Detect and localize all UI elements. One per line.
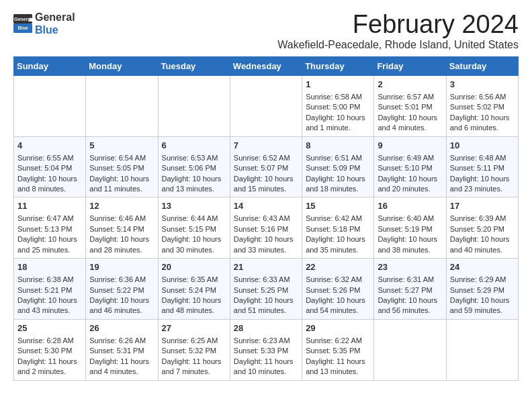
day-info: Sunset: 5:25 PM [234, 285, 298, 295]
day-info: Daylight: 10 hours and 20 minutes. [378, 174, 442, 195]
day-info: Sunset: 5:30 PM [17, 346, 82, 356]
day-info: Sunrise: 6:44 AM [162, 214, 226, 224]
day-info: Daylight: 11 hours and 7 minutes. [162, 357, 226, 377]
day-info: Sunrise: 6:46 AM [89, 214, 154, 224]
calendar-cell: 19Sunrise: 6:36 AMSunset: 5:22 PMDayligh… [86, 259, 158, 320]
day-info: Sunrise: 6:48 AM [450, 153, 515, 163]
calendar: SundayMondayTuesdayWednesdayThursdayFrid… [13, 56, 519, 381]
day-info: Daylight: 10 hours and 56 minutes. [378, 295, 442, 316]
calendar-cell: 2Sunrise: 6:57 AMSunset: 5:01 PMDaylight… [374, 75, 446, 136]
calendar-cell [14, 75, 86, 136]
day-info: Sunrise: 6:23 AM [234, 336, 298, 346]
day-info: Sunrise: 6:47 AM [17, 214, 82, 224]
day-info: Daylight: 10 hours and 28 minutes. [89, 234, 154, 255]
day-info: Sunset: 5:18 PM [306, 224, 370, 234]
day-number: 27 [162, 322, 226, 334]
day-info: Sunset: 5:19 PM [378, 224, 442, 234]
weekday-header-monday: Monday [86, 56, 158, 75]
header: General Blue General Blue February 2024 … [13, 11, 519, 51]
day-info: Sunrise: 6:28 AM [17, 336, 82, 346]
day-info: Sunrise: 6:52 AM [234, 153, 298, 163]
day-info: Daylight: 10 hours and 30 minutes. [162, 234, 226, 255]
day-info: Sunset: 5:10 PM [378, 163, 442, 173]
weekday-header-friday: Friday [374, 56, 446, 75]
day-info: Daylight: 10 hours and 51 minutes. [234, 295, 298, 316]
day-number: 15 [306, 200, 370, 212]
calendar-cell: 8Sunrise: 6:51 AMSunset: 5:09 PMDaylight… [302, 136, 374, 197]
day-info: Sunset: 5:16 PM [234, 224, 298, 234]
day-info: Sunset: 5:00 PM [306, 102, 370, 112]
day-info: Sunrise: 6:38 AM [17, 275, 82, 285]
day-number: 16 [378, 200, 442, 212]
day-info: Sunrise: 6:36 AM [89, 275, 154, 285]
day-info: Sunrise: 6:49 AM [378, 153, 442, 163]
day-number: 10 [450, 140, 515, 152]
day-info: Daylight: 10 hours and 1 minute. [306, 113, 370, 134]
calendar-cell [86, 75, 158, 136]
day-info: Sunset: 5:22 PM [89, 285, 154, 295]
weekday-header-thursday: Thursday [302, 56, 374, 75]
day-info: Daylight: 10 hours and 48 minutes. [162, 295, 226, 316]
calendar-cell: 27Sunrise: 6:25 AMSunset: 5:32 PMDayligh… [158, 319, 230, 380]
day-info: Sunrise: 6:29 AM [450, 275, 515, 285]
day-info: Sunrise: 6:57 AM [378, 92, 442, 102]
calendar-body: 1Sunrise: 6:58 AMSunset: 5:00 PMDaylight… [14, 75, 519, 380]
day-info: Daylight: 10 hours and 59 minutes. [450, 295, 515, 316]
location-title: Wakefield-Peacedale, Rhode Island, Unite… [277, 39, 519, 51]
day-number: 22 [306, 261, 370, 273]
day-info: Sunrise: 6:53 AM [162, 153, 226, 163]
day-number: 4 [17, 140, 82, 152]
day-info: Sunset: 5:09 PM [306, 163, 370, 173]
day-number: 19 [89, 261, 154, 273]
day-info: Daylight: 11 hours and 2 minutes. [17, 357, 82, 377]
day-info: Sunrise: 6:40 AM [378, 214, 442, 224]
calendar-cell: 4Sunrise: 6:55 AMSunset: 5:04 PMDaylight… [14, 136, 86, 197]
day-info: Sunrise: 6:35 AM [162, 275, 226, 285]
day-info: Daylight: 10 hours and 11 minutes. [89, 174, 154, 195]
day-info: Sunset: 5:24 PM [162, 285, 226, 295]
day-number: 8 [306, 140, 370, 152]
day-info: Daylight: 10 hours and 18 minutes. [306, 174, 370, 195]
calendar-cell: 7Sunrise: 6:52 AMSunset: 5:07 PMDaylight… [230, 136, 302, 197]
calendar-cell [230, 75, 302, 136]
day-info: Daylight: 11 hours and 10 minutes. [234, 357, 298, 377]
day-info: Sunset: 5:07 PM [234, 163, 298, 173]
calendar-cell: 26Sunrise: 6:26 AMSunset: 5:31 PMDayligh… [86, 319, 158, 380]
day-info: Sunrise: 6:56 AM [450, 92, 515, 102]
month-title: February 2024 [277, 11, 519, 39]
day-info: Sunset: 5:15 PM [162, 224, 226, 234]
day-number: 13 [162, 200, 226, 212]
day-info: Daylight: 10 hours and 35 minutes. [306, 234, 370, 255]
day-info: Daylight: 11 hours and 4 minutes. [89, 357, 154, 377]
day-number: 29 [306, 322, 370, 334]
day-number: 20 [162, 261, 226, 273]
day-info: Daylight: 11 hours and 13 minutes. [306, 357, 370, 377]
day-number: 24 [450, 261, 515, 273]
day-info: Sunset: 5:14 PM [89, 224, 154, 234]
week-row-4: 25Sunrise: 6:28 AMSunset: 5:30 PMDayligh… [14, 319, 519, 380]
weekday-header-wednesday: Wednesday [230, 56, 302, 75]
day-number: 28 [234, 322, 298, 334]
day-info: Sunrise: 6:22 AM [306, 336, 370, 346]
calendar-cell: 23Sunrise: 6:31 AMSunset: 5:27 PMDayligh… [374, 259, 446, 320]
calendar-cell: 15Sunrise: 6:42 AMSunset: 5:18 PMDayligh… [302, 197, 374, 259]
calendar-cell: 21Sunrise: 6:33 AMSunset: 5:25 PMDayligh… [230, 259, 302, 320]
calendar-cell: 17Sunrise: 6:39 AMSunset: 5:20 PMDayligh… [446, 197, 518, 259]
calendar-cell [158, 75, 230, 136]
day-info: Sunset: 5:13 PM [17, 224, 82, 234]
day-info: Sunset: 5:01 PM [378, 102, 442, 112]
day-info: Sunrise: 6:25 AM [162, 336, 226, 346]
week-row-3: 18Sunrise: 6:38 AMSunset: 5:21 PMDayligh… [14, 259, 519, 320]
day-number: 21 [234, 261, 298, 273]
day-info: Sunrise: 6:54 AM [89, 153, 154, 163]
day-info: Sunset: 5:05 PM [89, 163, 154, 173]
calendar-cell: 25Sunrise: 6:28 AMSunset: 5:30 PMDayligh… [14, 319, 86, 380]
calendar-cell: 20Sunrise: 6:35 AMSunset: 5:24 PMDayligh… [158, 259, 230, 320]
day-info: Sunset: 5:02 PM [450, 102, 515, 112]
day-info: Sunset: 5:32 PM [162, 346, 226, 356]
calendar-cell: 1Sunrise: 6:58 AMSunset: 5:00 PMDaylight… [302, 75, 374, 136]
day-info: Sunrise: 6:55 AM [17, 153, 82, 163]
day-info: Sunrise: 6:42 AM [306, 214, 370, 224]
day-info: Daylight: 10 hours and 8 minutes. [17, 174, 82, 195]
weekday-header-sunday: Sunday [14, 56, 86, 75]
